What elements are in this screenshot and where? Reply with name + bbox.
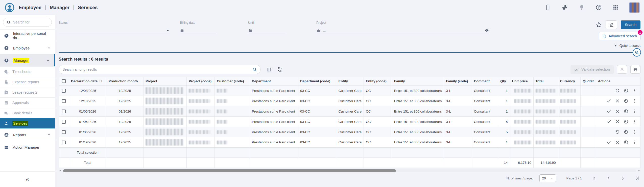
until-filter[interactable]: Until	[248, 21, 286, 34]
column-header-unit_price[interactable]: Unit price	[510, 77, 533, 86]
print-button[interactable]	[630, 65, 640, 74]
results-search-input[interactable]	[62, 67, 250, 71]
refresh-icon[interactable]	[277, 67, 282, 72]
results-search[interactable]	[59, 65, 261, 74]
apps-grid-icon[interactable]	[612, 4, 619, 11]
view-details-action-icon[interactable]	[624, 88, 629, 93]
breadcrumb-item-manager[interactable]: Manager	[46, 5, 73, 10]
reject-action-icon[interactable]	[615, 109, 620, 114]
sidebar-item-manager[interactable]: Manager	[0, 54, 55, 66]
column-header-production_month[interactable]: Production month	[106, 77, 144, 86]
breadcrumb-item-services[interactable]: Services	[74, 5, 101, 10]
view-details-action-icon[interactable]	[624, 109, 629, 114]
column-header-project_code[interactable]: Project (code)	[187, 77, 215, 86]
sidebar-item-bank-details[interactable]: Bank details	[0, 108, 55, 118]
scrollbar-thumb[interactable]	[63, 169, 396, 172]
column-header-entity[interactable]: Entity	[336, 77, 364, 86]
collapse-search-button[interactable]	[633, 48, 641, 57]
app-logo-icon[interactable]	[5, 3, 15, 13]
advanced-search-button[interactable]: Advanced search 1	[599, 32, 640, 40]
undo-action-icon[interactable]	[615, 88, 620, 93]
column-header-family[interactable]: Family	[392, 77, 444, 86]
column-header-quotation[interactable]: Quotat	[581, 77, 596, 86]
lines-per-page-select[interactable]: 20	[539, 174, 556, 182]
next-page-button[interactable]	[620, 176, 625, 181]
approve-action-icon[interactable]	[606, 119, 611, 124]
column-header-entity_code[interactable]: Entity (code)	[364, 77, 392, 86]
select-all-checkbox[interactable]	[62, 79, 66, 83]
sidebar-collapse-button[interactable]: «	[0, 171, 55, 187]
column-header-department[interactable]: Department	[250, 77, 298, 86]
reject-action-icon[interactable]	[615, 119, 620, 124]
sidebar-item-approvals[interactable]: Approvals	[0, 97, 55, 108]
approve-action-icon[interactable]	[606, 140, 611, 145]
last-page-button[interactable]	[634, 176, 639, 181]
sidebar-item-timesheets[interactable]: Timesheets	[0, 66, 55, 77]
row-checkbox[interactable]	[62, 99, 66, 103]
help-icon[interactable]	[595, 4, 602, 11]
column-header-select[interactable]	[59, 77, 69, 86]
sidebar-search[interactable]	[3, 18, 52, 27]
search-icon[interactable]	[252, 67, 257, 72]
column-header-currency[interactable]: Currency	[558, 77, 581, 86]
lightbulb-icon[interactable]	[579, 4, 585, 11]
search-button[interactable]: Search	[621, 20, 640, 29]
breadcrumb-item-employee[interactable]: Employee	[18, 5, 45, 10]
favorite-star-icon[interactable]	[595, 21, 602, 28]
column-header-declaration_date[interactable]: Declaration date↑1	[69, 77, 106, 86]
more-actions-icon[interactable]	[632, 140, 637, 145]
sidebar-item-leave-requests[interactable]: Leave requests	[0, 87, 55, 97]
display-settings-icon[interactable]	[562, 4, 568, 11]
sidebar-item-interactive-personal-da[interactable]: Interactive personal da...	[0, 29, 55, 42]
column-header-comment[interactable]: Comment	[472, 77, 498, 86]
mobile-icon[interactable]	[545, 4, 551, 11]
column-header-department_code[interactable]: Department (code)	[298, 77, 336, 86]
scroll-left-icon[interactable]	[59, 169, 62, 172]
view-details-action-icon[interactable]	[624, 98, 629, 103]
view-details-action-icon[interactable]	[624, 129, 629, 135]
sidebar-item-reports[interactable]: Reports	[0, 128, 55, 141]
sidebar-item-services[interactable]: Services	[0, 118, 55, 128]
columns-settings-icon[interactable]	[266, 67, 272, 72]
scrollbar-track[interactable]	[63, 169, 636, 172]
clear-filters-button[interactable]	[606, 20, 617, 29]
column-header-family_code[interactable]: Family (code)	[444, 77, 472, 86]
reject-action-icon[interactable]	[615, 140, 620, 145]
column-header-customer_code[interactable]: Customer (code)	[215, 77, 250, 86]
column-header-total[interactable]: Total	[533, 77, 558, 86]
sidebar-item-expense-reports[interactable]: Expense reports	[0, 77, 55, 87]
more-actions-icon[interactable]	[632, 109, 637, 114]
reject-action-icon[interactable]	[615, 98, 620, 103]
undo-action-icon[interactable]	[615, 129, 620, 135]
row-checkbox[interactable]	[62, 89, 66, 93]
more-actions-icon[interactable]	[632, 88, 637, 93]
quick-access-button[interactable]: Quick access	[614, 44, 640, 48]
billing-date-filter[interactable]: Billing date	[180, 21, 218, 34]
column-header-project[interactable]: Project	[144, 77, 187, 86]
view-details-action-icon[interactable]	[624, 140, 629, 145]
row-checkbox[interactable]	[62, 130, 66, 134]
sidebar-search-input[interactable]	[13, 20, 48, 24]
first-page-button[interactable]	[592, 176, 597, 181]
view-details-action-icon[interactable]	[624, 119, 629, 124]
previous-page-button[interactable]	[606, 176, 611, 181]
row-checkbox[interactable]	[62, 120, 66, 124]
scroll-right-icon[interactable]	[637, 169, 640, 172]
approve-action-icon[interactable]	[606, 109, 611, 114]
row-checkbox[interactable]	[62, 141, 66, 144]
project-filter[interactable]: Project ...	[316, 21, 491, 34]
more-actions-icon[interactable]	[632, 129, 637, 135]
sidebar-item-employee[interactable]: Employee	[0, 42, 55, 54]
approve-action-icon[interactable]	[606, 98, 611, 103]
validate-selection-button[interactable]: Validate selection	[570, 65, 614, 74]
user-avatar[interactable]	[629, 3, 639, 13]
row-checkbox[interactable]	[62, 110, 66, 113]
cancel-selection-button[interactable]	[617, 65, 627, 74]
column-header-qty[interactable]: Qty	[498, 77, 510, 86]
sidebar-item-action-manager[interactable]: Action Manager	[0, 141, 55, 153]
more-actions-icon[interactable]	[632, 98, 637, 103]
column-header-actions[interactable]: Actions	[596, 77, 640, 86]
status-filter[interactable]: Status	[59, 21, 170, 34]
filter-visibility-toggle-icon[interactable]	[484, 28, 491, 33]
more-actions-icon[interactable]	[632, 119, 637, 124]
